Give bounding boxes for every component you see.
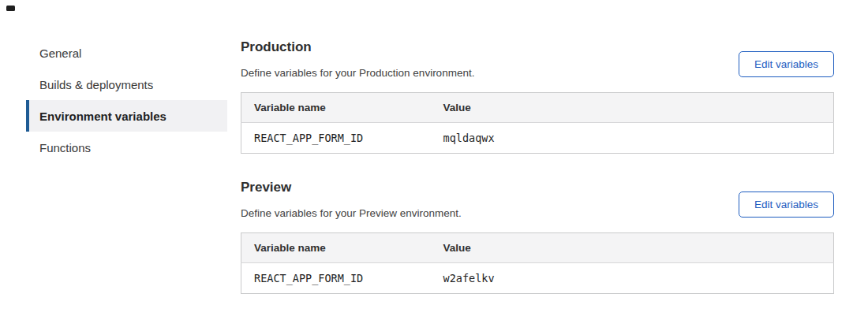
settings-content: Production Edit variables Define variabl… [241,39,834,307]
variable-name-cell: REACT_APP_FORM_ID [241,263,431,294]
preview-variables-table: Variable name Value REACT_APP_FORM_ID w2… [241,232,834,294]
sidebar-item-label: Functions [39,141,91,154]
column-header-variable-name: Variable name [241,93,431,123]
sidebar-item-label: General [39,46,81,60]
settings-sidebar: General Builds & deployments Environment… [26,37,227,163]
production-variables-table: Variable name Value REACT_APP_FORM_ID mq… [241,92,834,154]
column-header-value: Value [431,93,834,123]
variable-value-cell: mqldaqwx [431,123,834,154]
table-row: REACT_APP_FORM_ID w2afelkv [241,263,834,294]
variable-name-cell: REACT_APP_FORM_ID [241,123,431,154]
edit-variables-button-preview[interactable]: Edit variables [739,192,834,218]
column-header-variable-name: Variable name [241,233,431,263]
edit-variables-button-production[interactable]: Edit variables [739,51,834,77]
sidebar-item-label: Environment variables [39,110,166,123]
sidebar-item-general[interactable]: General [26,37,227,69]
corner-mark-icon [6,6,15,11]
sidebar-item-environment-variables[interactable]: Environment variables [26,100,227,132]
production-section: Production Edit variables Define variabl… [241,39,834,154]
column-header-value: Value [431,233,834,263]
table-header-row: Variable name Value [241,233,834,263]
sidebar-item-label: Builds & deployments [39,78,153,91]
sidebar-item-builds-deployments[interactable]: Builds & deployments [26,69,227,100]
table-header-row: Variable name Value [241,93,834,123]
table-row: REACT_APP_FORM_ID mqldaqwx [241,123,834,154]
preview-section: Preview Edit variables Define variables … [241,180,834,294]
sidebar-item-functions[interactable]: Functions [26,132,227,163]
variable-value-cell: w2afelkv [431,263,834,294]
